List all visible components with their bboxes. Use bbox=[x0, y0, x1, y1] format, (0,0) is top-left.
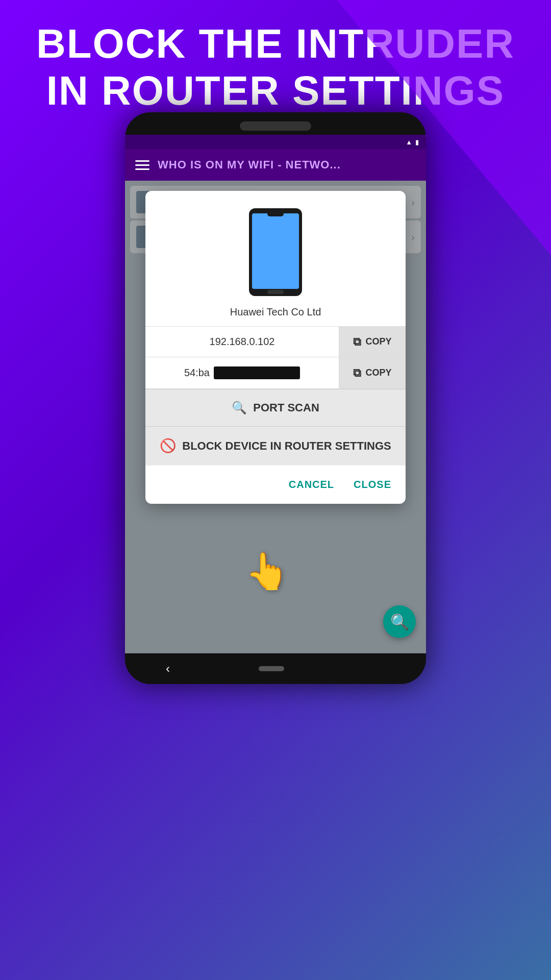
svg-rect-2 bbox=[267, 211, 284, 216]
copy-icon: ⧉ bbox=[353, 335, 361, 349]
dialog-actions: CANCEL CLOSE bbox=[145, 465, 406, 504]
copy-icon-2: ⧉ bbox=[353, 366, 361, 380]
dialog-overlay: Huawei Tech Co Ltd 192.168.0.102 ⧉ COPY bbox=[125, 181, 426, 653]
mac-info-row: 54:ba ████████████ ⧉ COPY bbox=[145, 357, 406, 389]
cancel-button[interactable]: CANCEL bbox=[287, 475, 336, 495]
copy-mac-button[interactable]: ⧉ COPY bbox=[339, 357, 406, 388]
copy-ip-button[interactable]: ⧉ COPY bbox=[339, 327, 406, 357]
svg-rect-3 bbox=[267, 290, 284, 294]
port-scan-button[interactable]: 🔍 PORT SCAN bbox=[145, 389, 406, 426]
fab-icon: 🔍 bbox=[390, 613, 409, 631]
phone-device: ▲ ▮ WHO IS ON MY WIFI - NETWO... 192.168… bbox=[125, 112, 426, 684]
close-button[interactable]: CLOSE bbox=[352, 475, 393, 495]
phone-bottom-bar: ‹ bbox=[125, 653, 426, 684]
svg-rect-1 bbox=[252, 213, 299, 289]
phone-speaker bbox=[240, 121, 311, 131]
hamburger-menu-button[interactable] bbox=[135, 160, 149, 170]
device-detail-dialog: Huawei Tech Co Ltd 192.168.0.102 ⧉ COPY bbox=[145, 191, 406, 504]
toolbar-title: WHO IS ON MY WIFI - NETWO... bbox=[158, 158, 416, 172]
battery-icon: ▮ bbox=[415, 138, 419, 146]
dialog-header: Huawei Tech Co Ltd bbox=[145, 191, 406, 326]
fab-search-button[interactable]: 🔍 bbox=[383, 605, 416, 638]
block-icon: 🚫 bbox=[160, 438, 176, 454]
back-button[interactable]: ‹ bbox=[166, 662, 170, 676]
app-toolbar: WHO IS ON MY WIFI - NETWO... bbox=[125, 149, 426, 181]
mac-censored: ████████████ bbox=[214, 366, 300, 379]
ip-value: 192.168.0.102 bbox=[145, 327, 339, 357]
device-name: Huawei Tech Co Ltd bbox=[230, 306, 321, 318]
status-bar: ▲ ▮ bbox=[125, 135, 426, 149]
app-content: 192.168.0.108 34:██████████ Samsung Elec… bbox=[125, 181, 426, 653]
block-device-button[interactable]: 🚫 BLOCK DEVICE IN ROUTER SETTINGS bbox=[145, 426, 406, 465]
phone-screen: ▲ ▮ WHO IS ON MY WIFI - NETWO... 192.168… bbox=[125, 135, 426, 653]
mac-value: 54:ba ████████████ bbox=[145, 357, 339, 388]
ip-info-row: 192.168.0.102 ⧉ COPY bbox=[145, 326, 406, 357]
search-icon: 🔍 bbox=[232, 401, 247, 415]
device-illustration bbox=[245, 206, 306, 298]
wifi-status-icon: ▲ bbox=[406, 138, 412, 146]
home-indicator[interactable] bbox=[259, 666, 284, 671]
